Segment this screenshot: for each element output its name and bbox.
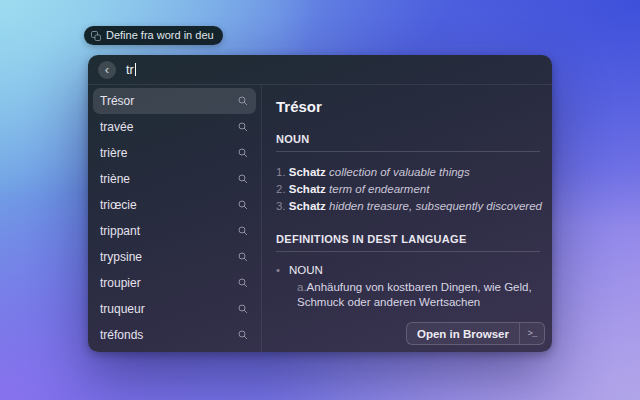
word-list-item[interactable]: truqueur: [88, 296, 261, 322]
entry-definition: collection of valuable things: [329, 166, 470, 178]
word-list-item[interactable]: trippant: [88, 218, 261, 244]
dest-pos-row: • NOUN: [276, 264, 540, 276]
noun-entries: 1. Schatz collection of valuable things …: [276, 164, 540, 215]
search-icon: [237, 121, 249, 133]
word-list-item[interactable]: triène: [88, 166, 261, 192]
search-icon: [237, 173, 249, 185]
search-icon: [237, 199, 249, 211]
word-label: trypsine: [100, 250, 142, 264]
definition-entry: 3. Schatz hidden treasure, subsequently …: [276, 198, 540, 215]
search-icon: [237, 329, 249, 341]
open-in-browser-label: Open in Browser: [407, 323, 519, 344]
word-list-item[interactable]: travée: [88, 114, 261, 140]
search-input[interactable]: tr: [126, 63, 136, 77]
word-label: tréfonds: [100, 328, 143, 342]
section-divider: [276, 251, 540, 252]
word-list-item[interactable]: Trésor: [93, 88, 256, 114]
word-label: triène: [100, 172, 130, 186]
dictionary-window: ‹ tr Trésor travée trière triène: [88, 55, 552, 352]
bullet-icon: •: [276, 264, 289, 276]
word-label: troupier: [100, 276, 141, 290]
word-list-item[interactable]: troupier: [88, 270, 261, 296]
search-icon: [237, 225, 249, 237]
word-list-item[interactable]: tréfonds: [88, 322, 261, 348]
text-caret: [135, 63, 136, 76]
definition-entry: 1. Schatz collection of valuable things: [276, 164, 540, 181]
entry-term: Schatz: [289, 166, 326, 178]
word-list-item[interactable]: trypsine: [88, 244, 261, 270]
dest-definition-text: Anhäufung von kostbaren Dingen, wie Geld…: [297, 281, 532, 308]
search-icon: [237, 147, 249, 159]
entry-term: Schatz: [289, 183, 326, 195]
definition-panel: Trésor NOUN 1. Schatz collection of valu…: [262, 85, 552, 352]
command-hint-pill[interactable]: Define fra word in deu: [84, 26, 223, 45]
word-label: triœcie: [100, 198, 137, 212]
word-label: truqueur: [100, 302, 145, 316]
terminal-prompt-icon: >_: [520, 323, 544, 344]
word-list-item[interactable]: trière: [88, 140, 261, 166]
entry-number: 1.: [276, 166, 286, 178]
entry-number: 2.: [276, 183, 286, 195]
back-button[interactable]: ‹: [98, 61, 116, 79]
word-list-item[interactable]: triœcie: [88, 192, 261, 218]
search-value: tr: [126, 63, 134, 77]
search-icon: [237, 95, 249, 107]
entry-term: Schatz: [289, 200, 326, 212]
word-list: Trésor travée trière triène triœcie trip…: [88, 85, 262, 352]
translate-icon: [91, 31, 101, 41]
search-icon: [237, 251, 249, 263]
word-title: Trésor: [276, 98, 540, 115]
search-bar: ‹ tr: [88, 55, 552, 85]
dest-pos-label: NOUN: [289, 264, 323, 276]
entry-number: 3.: [276, 200, 286, 212]
dest-definition-entry: a.Anhäufung von kostbaren Dingen, wie Ge…: [297, 280, 540, 310]
chevron-left-icon: ‹: [105, 63, 109, 76]
entry-definition: hidden treasure, subsequently discovered: [329, 200, 542, 212]
section-divider: [276, 151, 540, 152]
word-label: travée: [100, 120, 133, 134]
command-hint-label: Define fra word in deu: [106, 26, 214, 45]
definition-entry: 2. Schatz term of endearment: [276, 181, 540, 198]
word-label: Trésor: [100, 94, 134, 108]
word-label: trière: [100, 146, 127, 160]
search-icon: [237, 277, 249, 289]
entry-definition: term of endearment: [329, 183, 429, 195]
dest-section-heading: DEFINITIONS IN DEST LANGUAGE: [276, 233, 540, 245]
entry-letter: a.: [297, 281, 307, 293]
search-icon: [237, 303, 249, 315]
dest-definitions: • NOUN a.Anhäufung von kostbaren Dingen,…: [276, 264, 540, 310]
word-label: trippant: [100, 224, 140, 238]
open-in-browser-button[interactable]: Open in Browser >_: [406, 322, 545, 345]
noun-section-heading: NOUN: [276, 133, 540, 145]
